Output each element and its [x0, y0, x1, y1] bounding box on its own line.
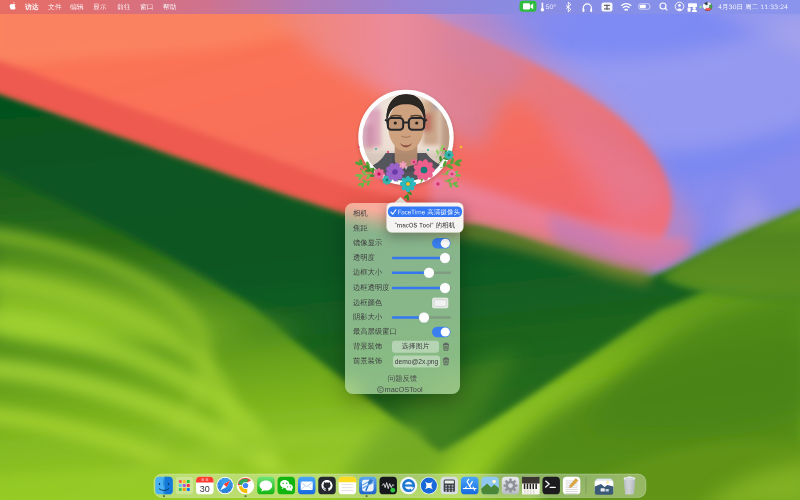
svg-text:c: c — [379, 387, 382, 392]
svg-text:30: 30 — [200, 484, 210, 494]
svg-text:macOSTool: macOSTool — [385, 385, 424, 394]
svg-text:demo@2x.png: demo@2x.png — [395, 358, 439, 366]
